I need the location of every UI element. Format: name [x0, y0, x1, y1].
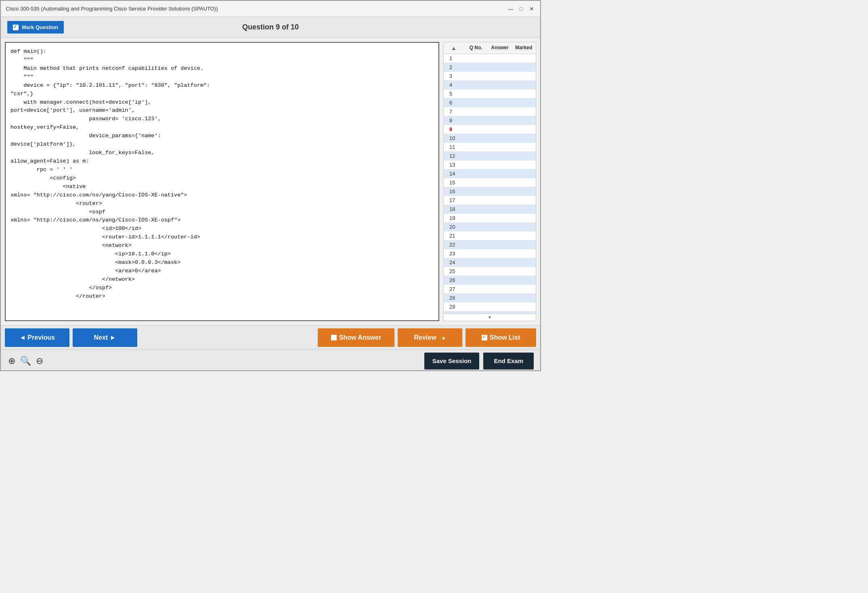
question-marked	[488, 126, 512, 132]
question-list-row[interactable]: 6	[444, 98, 536, 107]
question-number: 26	[444, 277, 464, 283]
scroll-up-icon[interactable]: ▲	[444, 45, 464, 51]
question-answer	[464, 162, 488, 168]
code-content: def main(): """ Main method that prints …	[10, 48, 434, 301]
window-title: Cisco 300-535 (Automating and Programmin…	[6, 6, 218, 12]
question-number: 10	[444, 135, 464, 141]
close-icon[interactable]: ✕	[528, 5, 535, 13]
question-number: 15	[444, 180, 464, 186]
question-list-row[interactable]: 14	[444, 169, 536, 178]
review-label: Review	[414, 334, 436, 341]
question-list-row[interactable]: 7	[444, 107, 536, 116]
question-list-row[interactable]: 22	[444, 240, 536, 249]
scroll-down-indicator[interactable]: ▼	[444, 313, 536, 321]
maximize-icon[interactable]: □	[518, 5, 525, 13]
show-answer-label: Show Answer	[339, 334, 381, 341]
question-list-row[interactable]: 15	[444, 178, 536, 187]
question-answer	[464, 295, 488, 301]
show-list-button[interactable]: Show List	[465, 328, 536, 347]
question-answer	[464, 215, 488, 221]
show-list-checkbox-icon	[482, 335, 487, 340]
next-button[interactable]: Next ►	[73, 328, 137, 347]
question-marked	[488, 180, 512, 186]
show-answer-checkbox-icon	[331, 335, 337, 340]
question-marked	[488, 224, 512, 230]
question-list-row[interactable]: 11	[444, 143, 536, 152]
question-list-row[interactable]: 20	[444, 223, 536, 232]
question-list-row[interactable]: 21	[444, 232, 536, 240]
question-answer	[464, 100, 488, 106]
question-list[interactable]: 1234567891011121314151617181920212223242…	[444, 54, 536, 313]
question-number: 21	[444, 233, 464, 239]
question-list-row[interactable]: 18	[444, 205, 536, 214]
show-answer-button[interactable]: Show Answer	[318, 328, 394, 347]
question-answer	[464, 171, 488, 177]
end-exam-button[interactable]: End Exam	[483, 353, 534, 370]
question-answer	[464, 197, 488, 203]
question-marked	[488, 144, 512, 150]
previous-button[interactable]: ◄ Previous	[5, 328, 69, 347]
question-list-row[interactable]: 23	[444, 249, 536, 258]
question-list-row[interactable]: 8	[444, 116, 536, 125]
question-list-row[interactable]: 10	[444, 134, 536, 143]
save-session-button[interactable]: Save Session	[424, 353, 480, 370]
question-number: 8	[444, 117, 464, 123]
question-answer	[464, 233, 488, 239]
col-header-qno: Q No.	[464, 45, 488, 51]
minimize-icon[interactable]: —	[507, 5, 514, 13]
zoom-in-button[interactable]: ⊕	[7, 355, 16, 367]
question-marked	[488, 251, 512, 257]
question-list-row[interactable]: 5	[444, 90, 536, 98]
question-answer	[464, 55, 488, 61]
main-content: def main(): """ Main method that prints …	[1, 38, 540, 325]
zoom-out-button[interactable]: ⊖	[35, 355, 44, 367]
question-list-row[interactable]: 3	[444, 72, 536, 81]
question-list-row[interactable]: 19	[444, 214, 536, 223]
question-answer	[464, 64, 488, 70]
question-list-row[interactable]: 28	[444, 294, 536, 303]
question-marked	[488, 286, 512, 292]
question-list-row[interactable]: 9	[444, 125, 536, 134]
mark-question-label: Mark Question	[22, 24, 58, 30]
question-answer	[464, 135, 488, 141]
show-list-label: Show List	[490, 334, 520, 341]
question-number: 22	[444, 242, 464, 248]
review-button[interactable]: Review ▲	[398, 328, 462, 347]
question-marked	[488, 91, 512, 97]
question-marked	[488, 268, 512, 274]
mark-checkbox-icon	[13, 25, 19, 30]
previous-label: ◄ Previous	[19, 334, 55, 341]
question-number: 20	[444, 224, 464, 230]
question-marked	[488, 73, 512, 79]
question-list-row[interactable]: 24	[444, 258, 536, 267]
question-list-row[interactable]: 4	[444, 81, 536, 90]
question-number: 17	[444, 197, 464, 203]
mark-question-button[interactable]: Mark Question	[7, 21, 64, 33]
footer-right-controls: Save Session End Exam	[424, 353, 534, 370]
next-label: Next ►	[94, 334, 116, 341]
question-list-row[interactable]: 27	[444, 285, 536, 294]
question-list-row[interactable]: 12	[444, 152, 536, 161]
question-answer	[464, 126, 488, 132]
question-list-row[interactable]: 26	[444, 276, 536, 285]
question-answer	[464, 188, 488, 194]
question-number: 19	[444, 215, 464, 221]
question-list-row[interactable]: 16	[444, 187, 536, 196]
question-marked	[488, 55, 512, 61]
question-number: 5	[444, 91, 464, 97]
question-list-row[interactable]: 2	[444, 63, 536, 72]
code-panel[interactable]: def main(): """ Main method that prints …	[5, 42, 439, 321]
question-answer	[464, 259, 488, 265]
question-number: 1	[444, 55, 464, 61]
question-list-row[interactable]: 13	[444, 161, 536, 169]
question-list-row[interactable]: 1	[444, 54, 536, 63]
col-header-marked: Marked	[512, 45, 536, 51]
question-answer	[464, 153, 488, 159]
question-answer	[464, 286, 488, 292]
question-list-row[interactable]: 17	[444, 196, 536, 205]
question-list-row[interactable]: 25	[444, 267, 536, 276]
question-number: 2	[444, 64, 464, 70]
question-list-row[interactable]: 29	[444, 303, 536, 311]
question-answer	[464, 144, 488, 150]
zoom-normal-button[interactable]: 🔍	[19, 355, 32, 367]
